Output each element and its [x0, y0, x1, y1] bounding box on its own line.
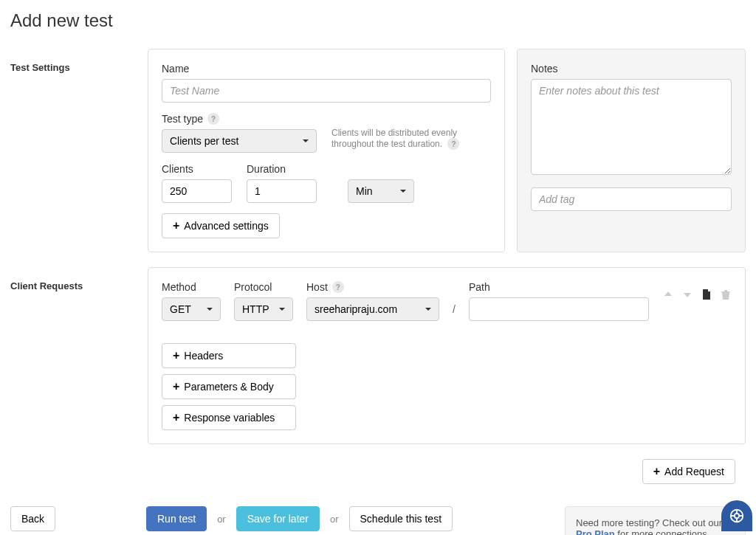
clients-label: Clients [162, 163, 232, 175]
delete-icon[interactable] [720, 289, 732, 300]
notes-textarea[interactable] [531, 79, 732, 175]
support-fab[interactable] [721, 500, 752, 531]
add-request-button[interactable]: + Add Request [642, 459, 735, 484]
page-title: Add new test [10, 10, 746, 31]
plus-icon: + [173, 412, 179, 424]
run-test-button[interactable]: Run test [146, 506, 207, 531]
save-for-later-label: Save for later [247, 513, 309, 525]
help-icon[interactable]: ? [207, 113, 219, 125]
plus-icon: + [173, 220, 179, 232]
pro-plan-box: Need more testing? Check out our Pro Pla… [565, 506, 746, 535]
notes-label: Notes [531, 63, 732, 75]
method-select[interactable]: GET [162, 297, 221, 321]
plus-icon: + [173, 381, 179, 393]
path-label: Path [469, 281, 649, 293]
client-requests-panel: Method GET Protocol HTTP Host ? sreehari… [148, 267, 746, 444]
client-requests-section-label: Client Requests [10, 267, 136, 444]
host-select[interactable]: sreeharipraju.com [306, 297, 439, 321]
or-separator: or [330, 514, 339, 525]
copy-icon[interactable] [701, 289, 712, 300]
test-type-help-text: Clients will be distributed evenly throu… [331, 128, 457, 149]
response-variables-label: Response variables [184, 412, 275, 424]
schedule-test-label: Schedule this test [360, 513, 442, 525]
notes-panel: Notes [517, 49, 746, 252]
plus-icon: + [653, 466, 660, 477]
duration-unit-select[interactable]: Min [348, 179, 414, 203]
pro-plan-link[interactable]: Pro Plan [576, 528, 615, 535]
move-up-icon[interactable] [662, 289, 674, 300]
clients-input[interactable] [162, 179, 232, 203]
headers-label: Headers [184, 350, 223, 362]
parameters-body-label: Parameters & Body [184, 381, 273, 393]
response-variables-button[interactable]: + Response variables [162, 405, 296, 430]
method-label: Method [162, 281, 221, 293]
pro-plan-pre-text: Need more testing? Check out our [576, 517, 722, 528]
test-name-input[interactable] [162, 79, 491, 103]
name-label: Name [162, 63, 491, 75]
add-request-label: Add Request [664, 466, 724, 477]
test-settings-section-label: Test Settings [10, 49, 136, 252]
host-label: Host [306, 281, 328, 293]
protocol-select[interactable]: HTTP [234, 297, 293, 321]
path-input[interactable] [469, 297, 649, 321]
advanced-settings-button[interactable]: + Advanced settings [162, 213, 280, 238]
save-for-later-button[interactable]: Save for later [236, 506, 320, 531]
protocol-label: Protocol [234, 281, 293, 293]
test-type-select[interactable]: Clients per test [162, 129, 317, 153]
or-separator: or [217, 514, 226, 525]
schedule-test-button[interactable]: Schedule this test [349, 506, 453, 531]
test-type-label: Test type [162, 113, 203, 125]
help-icon[interactable]: ? [447, 138, 459, 150]
path-separator: / [453, 303, 456, 321]
run-test-label: Run test [157, 513, 196, 525]
svg-point-1 [735, 514, 739, 518]
help-icon[interactable]: ? [332, 281, 344, 293]
back-button[interactable]: Back [10, 506, 55, 531]
plus-icon: + [173, 350, 179, 362]
parameters-body-button[interactable]: + Parameters & Body [162, 374, 296, 399]
duration-input[interactable] [247, 179, 317, 203]
back-label: Back [21, 513, 44, 525]
support-icon [729, 508, 745, 524]
headers-button[interactable]: + Headers [162, 343, 296, 368]
duration-label: Duration [247, 163, 317, 175]
move-down-icon[interactable] [681, 289, 693, 300]
test-settings-panel: Name Test type ? Clients per test Client… [148, 49, 505, 252]
add-tag-input[interactable] [531, 187, 732, 211]
advanced-settings-label: Advanced settings [184, 220, 268, 232]
